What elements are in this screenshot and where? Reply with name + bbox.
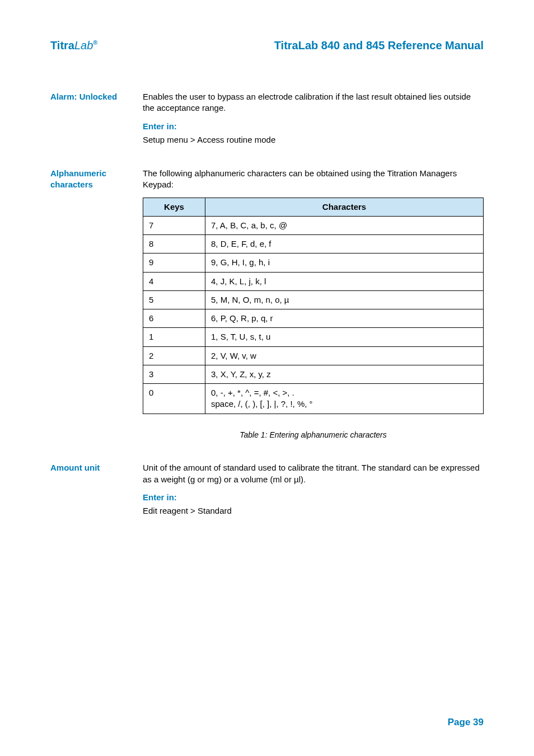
- section-alphanumeric: Alphanumeric characters The following al…: [50, 168, 484, 440]
- table-row: 00, -, +, *, ^, =, #, <, >, . space, /, …: [143, 384, 484, 414]
- cell-chars: 7, A, B, C, a, b, c, @: [205, 216, 484, 234]
- cell-key: 3: [143, 365, 205, 383]
- cell-chars: 9, G, H, I, g, h, i: [205, 253, 484, 272]
- cell-key: 4: [143, 272, 205, 290]
- table-row: 22, V, W, v, w: [143, 346, 484, 365]
- th-keys: Keys: [143, 198, 205, 216]
- table-header-row: Keys Characters: [143, 198, 484, 216]
- cell-key: 7: [143, 216, 205, 234]
- cell-chars: 6, P, Q, R, p, q, r: [205, 309, 484, 328]
- section-amount: Amount unit Unit of the amount of standa…: [50, 462, 484, 516]
- cell-key: 9: [143, 253, 205, 272]
- doc-title: TitraLab 840 and 845 Reference Manual: [274, 39, 484, 52]
- section-alarm-body: Enables the user to bypass an electrode …: [143, 91, 484, 145]
- cell-chars: 3, X, Y, Z, x, y, z: [205, 365, 484, 383]
- alarm-description: Enables the user to bypass an electrode …: [143, 91, 484, 114]
- section-alarm-label: Alarm: Unlocked: [50, 91, 143, 145]
- enter-in-heading: Enter in:: [143, 121, 484, 132]
- amount-description: Unit of the amount of standard used to c…: [143, 462, 484, 485]
- section-amount-label: Amount unit: [50, 462, 143, 516]
- brand-em: Lab: [74, 39, 93, 51]
- section-alphanumeric-body: The following alphanumeric characters ca…: [143, 168, 484, 440]
- cell-key: 5: [143, 290, 205, 309]
- section-alphanumeric-label: Alphanumeric characters: [50, 168, 143, 440]
- cell-chars: 8, D, E, F, d, e, f: [205, 235, 484, 253]
- cell-key: 8: [143, 235, 205, 253]
- alphanumeric-intro: The following alphanumeric characters ca…: [143, 168, 484, 191]
- table-row: 44, J, K, L, j, k, l: [143, 272, 484, 290]
- table-row: 77, A, B, C, a, b, c, @: [143, 216, 484, 234]
- enter-in-path: Edit reagent > Standard: [143, 505, 484, 516]
- cell-chars: 0, -, +, *, ^, =, #, <, >, . space, /, (…: [205, 384, 484, 414]
- alphanumeric-table: Keys Characters 77, A, B, C, a, b, c, @8…: [143, 198, 484, 414]
- th-chars: Characters: [205, 198, 484, 216]
- table-row: 55, M, N, O, m, n, o, µ: [143, 290, 484, 309]
- cell-key: 6: [143, 309, 205, 328]
- cell-chars: 4, J, K, L, j, k, l: [205, 272, 484, 290]
- header: TitraLab® TitraLab 840 and 845 Reference…: [50, 39, 484, 52]
- table-row: 99, G, H, I, g, h, i: [143, 253, 484, 272]
- section-alarm: Alarm: Unlocked Enables the user to bypa…: [50, 91, 484, 145]
- cell-key: 1: [143, 328, 205, 346]
- table-row: 66, P, Q, R, p, q, r: [143, 309, 484, 328]
- cell-chars: 2, V, W, v, w: [205, 346, 484, 365]
- table-row: 33, X, Y, Z, x, y, z: [143, 365, 484, 383]
- brand: TitraLab®: [50, 39, 97, 52]
- table-body: 77, A, B, C, a, b, c, @88, D, E, F, d, e…: [143, 216, 484, 414]
- page-number: Page 39: [448, 717, 484, 728]
- cell-chars: 1, S, T, U, s, t, u: [205, 328, 484, 346]
- table-row: 11, S, T, U, s, t, u: [143, 328, 484, 346]
- enter-in-heading: Enter in:: [143, 492, 484, 503]
- section-amount-body: Unit of the amount of standard used to c…: [143, 462, 484, 516]
- cell-key: 0: [143, 384, 205, 414]
- page: TitraLab® TitraLab 840 and 845 Reference…: [0, 0, 534, 756]
- table-caption: Table 1: Entering alphanumeric character…: [143, 430, 484, 440]
- brand-sup: ®: [93, 39, 97, 46]
- brand-prefix: Titra: [50, 39, 74, 51]
- cell-key: 2: [143, 346, 205, 365]
- enter-in-path: Setup menu > Access routine mode: [143, 134, 484, 145]
- cell-chars: 5, M, N, O, m, n, o, µ: [205, 290, 484, 309]
- table-row: 88, D, E, F, d, e, f: [143, 235, 484, 253]
